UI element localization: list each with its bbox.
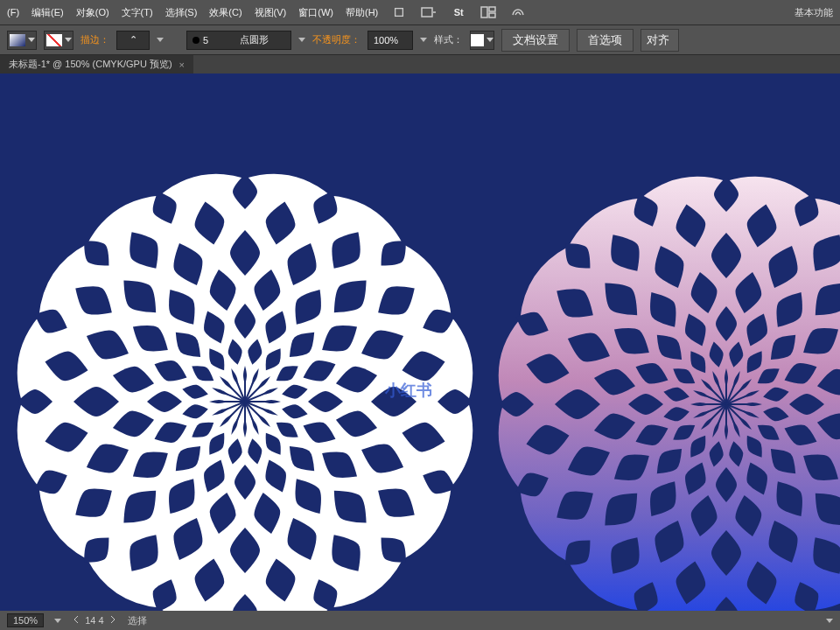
svg-rect-3 — [489, 7, 495, 11]
menu-file[interactable]: (F) — [7, 7, 19, 18]
opacity-dropdown[interactable] — [420, 38, 427, 42]
preferences-button[interactable]: 首选项 — [577, 29, 634, 52]
menu-help[interactable]: 帮助(H) — [346, 6, 378, 19]
align-button[interactable]: 对齐 — [640, 29, 679, 52]
status-bar: 150% 14 4 选择 — [0, 611, 840, 630]
style-label: 样式： — [434, 33, 463, 46]
stroke-weight-field[interactable]: ⌃ — [116, 31, 150, 50]
document-tab-row: 未标题-1* @ 150% (CMYK/GPU 预览) × — [0, 54, 840, 74]
brush-profile-dropdown[interactable] — [298, 38, 305, 42]
status-flyout[interactable] — [826, 619, 833, 623]
menu-object[interactable]: 对象(O) — [76, 6, 109, 19]
stock-icon[interactable]: St — [450, 4, 467, 21]
opacity-field[interactable] — [368, 31, 413, 50]
opacity-input[interactable] — [374, 35, 407, 46]
menu-type[interactable]: 文字(T) — [122, 6, 153, 19]
style-swatch[interactable] — [470, 31, 494, 50]
canvas[interactable]: 小红书 — [0, 74, 840, 611]
stroke-label: 描边： — [80, 33, 109, 46]
stroke-weight-dropdown[interactable] — [157, 38, 164, 42]
menu-window[interactable]: 窗口(W) — [298, 6, 333, 19]
document-setup-button[interactable]: 文档设置 — [501, 29, 570, 52]
point-shape-icon — [192, 37, 200, 44]
workspace-switcher[interactable]: 基本功能 — [794, 6, 833, 19]
fill-swatch[interactable] — [7, 31, 37, 50]
close-tab-icon[interactable]: × — [179, 60, 185, 70]
artwork-rosette-left[interactable] — [0, 139, 508, 611]
brush-unit-label: 点圆形 — [240, 33, 269, 46]
brush-profile-field[interactable]: 点圆形 — [186, 31, 291, 50]
brush-weight-input[interactable] — [203, 35, 236, 46]
zoom-dropdown[interactable] — [54, 619, 61, 623]
arrange-docs-icon[interactable] — [480, 4, 497, 21]
options-bar: 描边： ⌃ 点圆形 不透明度： 样式： 文档设置 首选项 对齐 — [0, 24, 840, 54]
document-tab[interactable]: 未标题-1* @ 150% (CMYK/GPU 预览) × — [0, 55, 193, 74]
svg-rect-1 — [422, 8, 432, 17]
svg-rect-4 — [489, 13, 495, 18]
menu-edit[interactable]: 编辑(E) — [32, 6, 64, 19]
menu-effect[interactable]: 效果(C) — [209, 6, 242, 19]
stroke-swatch[interactable] — [44, 31, 74, 50]
artwork-rosette-right[interactable] — [464, 142, 840, 611]
svg-rect-2 — [481, 7, 487, 18]
zoom-level[interactable]: 150% — [7, 613, 44, 627]
search-help-icon[interactable] — [390, 4, 408, 21]
svg-rect-0 — [396, 9, 403, 17]
isolation-icon[interactable] — [420, 4, 438, 21]
gpu-icon[interactable] — [509, 4, 527, 21]
document-tab-title: 未标题-1* @ 150% (CMYK/GPU 预览) — [9, 58, 172, 71]
menubar: (F) 编辑(E) 对象(O) 文字(T) 选择(S) 效果(C) 视图(V) … — [0, 0, 840, 24]
artboard-nav-index: 14 4 — [85, 615, 103, 626]
opacity-label: 不透明度： — [312, 33, 360, 46]
tool-hint: 选择 — [128, 614, 147, 627]
artboard-nav[interactable]: 14 4 — [72, 615, 117, 626]
menu-select[interactable]: 选择(S) — [165, 6, 198, 19]
menu-view[interactable]: 视图(V) — [255, 6, 287, 19]
